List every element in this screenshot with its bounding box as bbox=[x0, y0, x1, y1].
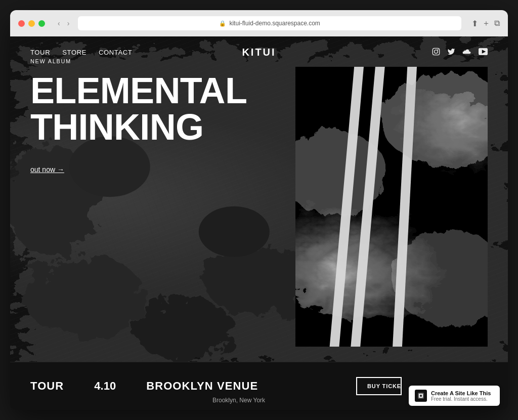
squarespace-text: Create A Site Like This Free trial. Inst… bbox=[431, 390, 491, 402]
squarespace-subtitle: Free trial. Instant access. bbox=[431, 396, 491, 402]
album-title-line2: THINKING bbox=[30, 107, 203, 147]
squarespace-title: Create A Site Like This bbox=[431, 390, 491, 396]
album-art-svg bbox=[295, 67, 488, 347]
squarespace-logo bbox=[415, 390, 427, 402]
nav-social-icons bbox=[432, 48, 488, 57]
back-button[interactable]: ‹ bbox=[55, 18, 63, 28]
svg-rect-7 bbox=[433, 48, 439, 55]
tour-section: TOUR 4.10 BROOKLYN VENUE Brooklyn, New Y… bbox=[10, 362, 508, 410]
tour-date: 4.10 bbox=[94, 380, 116, 393]
site-nav: TOUR STORE CONTACT KITUI bbox=[10, 36, 508, 68]
svg-point-8 bbox=[435, 50, 438, 54]
instagram-icon[interactable] bbox=[432, 48, 440, 57]
svg-point-9 bbox=[438, 49, 439, 50]
tour-label: TOUR bbox=[30, 380, 64, 393]
nav-logo-container: KITUI bbox=[242, 47, 276, 58]
browser-chrome: ‹ › 🔒 kitui-fluid-demo.squarespace.com ⬆… bbox=[10, 10, 508, 36]
album-art bbox=[295, 67, 488, 347]
new-tab-button[interactable]: ＋ bbox=[482, 18, 490, 29]
nav-links-left: TOUR STORE CONTACT bbox=[30, 49, 132, 56]
svg-rect-26 bbox=[420, 395, 422, 397]
soundcloud-icon[interactable] bbox=[462, 48, 471, 57]
buy-tickets-button[interactable]: BUY TICKETS bbox=[356, 377, 402, 395]
traffic-lights bbox=[18, 20, 45, 27]
svg-rect-23 bbox=[295, 67, 488, 347]
forward-button[interactable]: › bbox=[65, 18, 72, 28]
browser-actions: ⬆ ＋ ⧉ bbox=[471, 18, 500, 29]
nav-store[interactable]: STORE bbox=[62, 49, 87, 56]
url-text: kitui-fluid-demo.squarespace.com bbox=[229, 20, 320, 27]
hero-section: TOUR STORE CONTACT KITUI bbox=[10, 36, 508, 362]
browser-window: ‹ › 🔒 kitui-fluid-demo.squarespace.com ⬆… bbox=[10, 10, 508, 410]
site-logo[interactable]: KITUI bbox=[242, 47, 276, 58]
nav-tour[interactable]: TOUR bbox=[30, 49, 50, 56]
album-title-line1: ELEMENTAL bbox=[30, 70, 247, 111]
site-content: TOUR STORE CONTACT KITUI bbox=[10, 36, 508, 410]
address-bar[interactable]: 🔒 kitui-fluid-demo.squarespace.com bbox=[78, 16, 461, 30]
share-button[interactable]: ⬆ bbox=[471, 18, 478, 29]
lock-icon: 🔒 bbox=[219, 20, 226, 27]
close-button[interactable] bbox=[18, 20, 25, 27]
twitter-icon[interactable] bbox=[447, 48, 455, 57]
tour-location: Brooklyn, New York bbox=[212, 397, 265, 404]
tour-venue: BROOKLYN VENUE bbox=[146, 380, 258, 393]
album-art-container bbox=[295, 67, 488, 347]
browser-controls: ‹ › bbox=[55, 18, 72, 28]
maximize-button[interactable] bbox=[38, 20, 45, 27]
youtube-icon[interactable] bbox=[479, 48, 488, 57]
squarespace-badge[interactable]: Create A Site Like This Free trial. Inst… bbox=[409, 386, 500, 406]
album-title: ELEMENTAL THINKING bbox=[30, 72, 233, 145]
nav-contact[interactable]: CONTACT bbox=[99, 49, 132, 56]
minimize-button[interactable] bbox=[28, 20, 35, 27]
windows-button[interactable]: ⧉ bbox=[494, 18, 500, 29]
